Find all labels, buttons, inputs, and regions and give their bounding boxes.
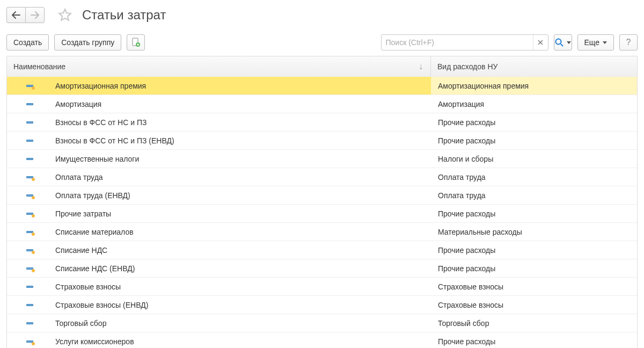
favorite-button[interactable] [54, 5, 76, 25]
cell-name: Страховые взносы (ЕНВД) [7, 296, 431, 314]
row-type: Амортизационная премия [438, 82, 529, 90]
column-type-label: Вид расходов НУ [437, 62, 497, 71]
file-add-button[interactable] [127, 34, 145, 50]
row-name: Списание НДС [55, 246, 107, 255]
search-clear-button[interactable] [533, 34, 548, 50]
table-row[interactable]: Услуги комиссионеровПрочие расходы [7, 332, 637, 348]
table-row[interactable]: Списание НДСПрочие расходы [7, 241, 637, 259]
table-row[interactable]: Списание НДС (ЕНВД)Прочие расходы [7, 259, 637, 277]
table-row[interactable]: Прочие затратыПрочие расходы [7, 204, 637, 222]
create-group-button[interactable]: Создать группу [54, 34, 121, 50]
row-name: Списание материалов [55, 228, 134, 236]
item-icon [26, 155, 36, 163]
arrow-left-icon [12, 11, 20, 19]
table-row[interactable]: Взносы в ФСС от НС и ПЗ (ЕНВД)Прочие рас… [7, 131, 637, 149]
sort-indicator-icon: ↓ [419, 62, 423, 71]
row-type: Прочие расходы [438, 264, 495, 273]
more-button[interactable]: Еще [577, 34, 614, 50]
predefined-item-icon [26, 338, 36, 345]
cost-items-table: Наименование ↓ Вид расходов НУ Амортизац… [6, 56, 638, 348]
create-button[interactable]: Создать [6, 34, 49, 50]
row-name: Взносы в ФСС от НС и ПЗ [55, 118, 147, 127]
row-type: Страховые взносы [438, 282, 503, 291]
nav-back-button[interactable] [6, 7, 26, 23]
row-name: Взносы в ФСС от НС и ПЗ (ЕНВД) [55, 136, 174, 145]
cell-name: Списание материалов [7, 223, 431, 241]
predefined-item-icon [26, 82, 36, 90]
cell-type: Прочие расходы [431, 332, 637, 348]
row-name: Амортизационная премия [55, 82, 146, 90]
cell-type: Амортизационная премия [431, 77, 637, 95]
cell-name: Оплата труда [7, 168, 431, 186]
table-row[interactable]: Взносы в ФСС от НС и ПЗПрочие расходы [7, 113, 637, 131]
svg-point-2 [555, 39, 561, 45]
cell-type: Амортизация [431, 95, 637, 113]
column-name-label: Наименование [13, 62, 65, 71]
table-row[interactable]: АмортизацияАмортизация [7, 95, 637, 113]
cell-type: Прочие расходы [431, 259, 637, 277]
cell-name: Взносы в ФСС от НС и ПЗ [7, 113, 431, 131]
search-field[interactable] [381, 34, 548, 50]
chevron-down-icon [567, 41, 571, 44]
more-label: Еще [584, 38, 600, 47]
cell-name: Списание НДС (ЕНВД) [7, 259, 431, 277]
cell-type: Прочие расходы [431, 113, 637, 131]
row-type: Оплата труда [438, 173, 486, 182]
chevron-down-icon [603, 41, 607, 44]
cell-name: Оплата труда (ЕНВД) [7, 186, 431, 204]
row-type: Прочие расходы [438, 337, 495, 346]
table-row[interactable]: Списание материаловМатериальные расходы [7, 222, 637, 241]
table-row[interactable]: Страховые взносы (ЕНВД)Страховые взносы [7, 295, 637, 314]
close-icon [538, 40, 543, 45]
row-type: Прочие расходы [438, 209, 495, 218]
row-name: Оплата труда (ЕНВД) [55, 191, 130, 200]
predefined-item-icon [26, 192, 36, 199]
cell-type: Прочие расходы [431, 241, 637, 259]
cell-name: Амортизационная премия [7, 77, 431, 95]
cell-type: Оплата труда [431, 168, 637, 186]
table-row[interactable]: Страховые взносыСтраховые взносы [7, 277, 637, 295]
row-type: Страховые взносы [438, 301, 503, 309]
search-button[interactable] [554, 34, 572, 50]
row-name: Услуги комиссионеров [55, 337, 134, 346]
row-type: Оплата труда [438, 191, 486, 200]
row-name: Списание НДС (ЕНВД) [55, 264, 135, 273]
item-icon [26, 283, 36, 291]
table-row[interactable]: Амортизационная премияАмортизационная пр… [7, 76, 637, 95]
table-header: Наименование ↓ Вид расходов НУ [7, 56, 637, 76]
cell-type: Торговый сбор [431, 314, 637, 332]
column-header-type[interactable]: Вид расходов НУ [431, 56, 637, 76]
cell-name: Амортизация [7, 95, 431, 113]
predefined-item-icon [26, 247, 36, 254]
row-type: Прочие расходы [438, 136, 495, 145]
row-name: Страховые взносы [55, 282, 121, 291]
row-type: Торговый сбор [438, 319, 489, 328]
header: Статьи затрат [0, 0, 644, 31]
cell-name: Прочие затраты [7, 205, 431, 222]
row-type: Материальные расходы [438, 228, 522, 236]
row-type: Прочие расходы [438, 246, 495, 255]
cell-type: Страховые взносы [431, 296, 637, 314]
arrow-right-icon [31, 11, 39, 19]
cell-name: Страховые взносы [7, 278, 431, 295]
cell-name: Имущественные налоги [7, 150, 431, 168]
column-header-name[interactable]: Наименование ↓ [7, 56, 431, 76]
row-name: Оплата труда [55, 173, 103, 182]
row-type: Амортизация [438, 100, 484, 108]
item-icon [26, 137, 36, 144]
row-name: Амортизация [55, 100, 101, 108]
star-icon [57, 8, 72, 23]
table-row[interactable]: Имущественные налогиНалоги и сборы [7, 149, 637, 168]
cell-type: Оплата труда [431, 186, 637, 204]
item-icon [26, 100, 36, 108]
search-input[interactable] [382, 38, 533, 47]
table-row[interactable]: Торговый сборТорговый сбор [7, 314, 637, 332]
item-icon [26, 301, 36, 309]
table-row[interactable]: Оплата труда (ЕНВД)Оплата труда [7, 186, 637, 204]
row-name: Имущественные налоги [55, 155, 139, 163]
table-row[interactable]: Оплата трудаОплата труда [7, 168, 637, 186]
nav-forward-button[interactable] [25, 7, 45, 23]
help-button[interactable]: ? [619, 34, 638, 50]
row-name: Страховые взносы (ЕНВД) [55, 301, 148, 309]
item-icon [26, 320, 36, 327]
